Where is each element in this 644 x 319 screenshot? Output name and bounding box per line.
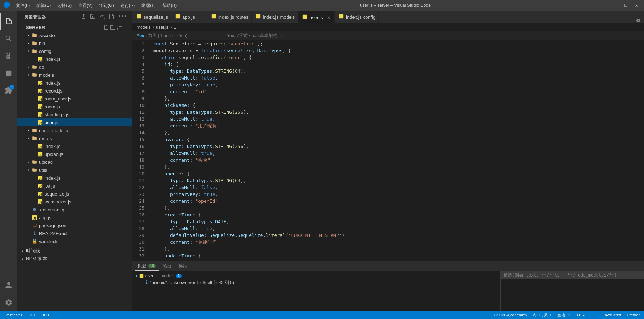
- code-token: ),: [241, 68, 246, 75]
- code-content[interactable]: const Sequelize = require('sequelize');m…: [150, 40, 644, 261]
- sidebar-item-packagejson[interactable]: ⬡ package.json: [17, 221, 132, 229]
- new-file-button[interactable]: [79, 13, 87, 22]
- uploadjs-label: upload.js: [45, 152, 63, 157]
- sidebar-item-bin[interactable]: bin: [17, 39, 132, 47]
- server-new-folder-icon[interactable]: [110, 24, 116, 30]
- sidebar-item-upload-folder[interactable]: upload: [17, 158, 132, 166]
- breadcrumb-userjs[interactable]: user.js: [156, 25, 169, 30]
- activity-explorer[interactable]: [0, 13, 17, 30]
- code-token: :: [190, 157, 196, 163]
- menu-help[interactable]: 帮助(H): [159, 1, 180, 10]
- problem-detail[interactable]: ℹ "unionid": Unknown word. cSpell 行 42 列…: [135, 279, 497, 287]
- tab-index-models[interactable]: index.js models: [252, 11, 298, 23]
- new-folder-button[interactable]: [89, 13, 97, 22]
- close-button[interactable]: ✕: [633, 2, 640, 9]
- status-spaces[interactable]: 空格: 2: [556, 313, 571, 318]
- sidebar-item-standingsjs[interactable]: standings.js: [17, 111, 132, 118]
- sidebar-item-appjs[interactable]: app.js: [17, 214, 132, 221]
- problems-filter-input[interactable]: [501, 271, 644, 279]
- menu-view[interactable]: 查看(V): [75, 1, 95, 10]
- sidebar-item-config-indexjs[interactable]: index.js: [17, 55, 132, 63]
- activity-run-debug[interactable]: [0, 64, 17, 82]
- collapse-all-button[interactable]: [108, 13, 115, 22]
- sidebar-item-models-indexjs[interactable]: index.js: [17, 79, 132, 87]
- tab-userjs-close[interactable]: ✕: [326, 14, 332, 20]
- panel-tab-problems[interactable]: 问题 13: [135, 261, 159, 271]
- activity-search[interactable]: [0, 30, 17, 47]
- breadcrumb-more[interactable]: ...: [174, 25, 178, 30]
- sidebar-item-editorconfig[interactable]: ⚙ .editorconfig: [17, 206, 132, 214]
- problem-file-item[interactable]: ▾ user.js models 2: [135, 273, 497, 279]
- sidebar-item-yarnlock[interactable]: 🔒 yarn.lock: [17, 237, 132, 245]
- code-token: true: [201, 225, 212, 232]
- code-token: [153, 163, 164, 170]
- status-encoding[interactable]: UTF-8: [574, 313, 588, 317]
- code-line-27: type: DataTypes.DATE,: [153, 218, 644, 225]
- minimize-button[interactable]: ─: [611, 2, 618, 9]
- server-refresh-icon[interactable]: [117, 24, 123, 30]
- panel-tab-terminal[interactable]: 终端: [176, 262, 190, 271]
- sidebar-item-node-modules[interactable]: node_modules: [17, 126, 132, 134]
- status-cursor[interactable]: 行 1，列 1: [532, 313, 553, 318]
- activity-extensions[interactable]: 1: [0, 82, 17, 99]
- panel-tab-output[interactable]: 输出: [160, 262, 174, 271]
- menu-run[interactable]: 运行(R): [118, 1, 138, 10]
- tab-sequelize[interactable]: sequelize.js: [132, 11, 171, 23]
- sidebar-item-jwtjs[interactable]: jwt.js: [17, 182, 132, 190]
- server-new-file-icon[interactable]: [103, 24, 109, 30]
- tab-sequelize-label: sequelize.js: [143, 14, 168, 20]
- sidebar-item-utils[interactable]: utils: [17, 166, 132, 174]
- tab-appjs[interactable]: app.js: [171, 11, 207, 23]
- status-csdn[interactable]: CSDN @codemmx: [492, 313, 529, 317]
- sidebar-item-websocketjs[interactable]: websocket.js: [17, 198, 132, 206]
- activity-source-control[interactable]: [0, 47, 17, 64]
- status-language[interactable]: JavaScript: [601, 313, 622, 317]
- sidebar-item-roomjs[interactable]: room.js: [17, 103, 132, 111]
- sidebar-item-roomuserjs[interactable]: room_user.js: [17, 95, 132, 103]
- menu-terminal[interactable]: 终端(T): [138, 1, 158, 10]
- activity-accounts[interactable]: [0, 277, 17, 294]
- sidebar-item-routes-indexjs[interactable]: index.js: [17, 142, 132, 150]
- server-collapse-icon[interactable]: [124, 24, 129, 30]
- sidebar-item-routes[interactable]: routes: [17, 134, 132, 142]
- more-actions-button[interactable]: •••: [117, 13, 128, 22]
- sidebar-item-npm-scripts[interactable]: NPM 脚本: [17, 255, 132, 263]
- sidebar-item-readme[interactable]: ℹ README.md: [17, 229, 132, 237]
- maximize-button[interactable]: □: [622, 2, 629, 9]
- status-warnings[interactable]: ✕ 0: [41, 313, 50, 318]
- sidebar-item-utils-indexjs[interactable]: index.js: [17, 174, 132, 182]
- sidebar-item-config[interactable]: config: [17, 47, 132, 55]
- status-git-branch[interactable]: ⎇ master*: [3, 313, 25, 318]
- line-number-27: 27: [132, 218, 150, 225]
- line-number-18: 18: [132, 157, 150, 163]
- sidebar-item-sequelizejs[interactable]: sequelize.js: [17, 190, 132, 198]
- sidebar-item-models[interactable]: models: [17, 71, 132, 79]
- menu-goto[interactable]: 转到(G): [96, 1, 117, 10]
- tab-userjs[interactable]: user.js ✕: [298, 11, 335, 23]
- sidebar-item-userjs[interactable]: user.js: [17, 118, 132, 126]
- menu-file[interactable]: 文件(F): [13, 1, 33, 10]
- tab-settings-button[interactable]: [632, 18, 644, 23]
- refresh-explorer-button[interactable]: [98, 13, 106, 22]
- tab-appjs-label: app.js: [182, 14, 195, 20]
- sidebar-item-server[interactable]: SERVER: [17, 23, 132, 31]
- status-formatter[interactable]: Prettier: [626, 313, 641, 317]
- menu-edit[interactable]: 编辑(E): [33, 1, 54, 10]
- breadcrumb-models[interactable]: models: [137, 25, 151, 30]
- sidebar-item-recordjs[interactable]: record.js: [17, 87, 132, 95]
- folder-icon: [32, 159, 37, 165]
- code-token: :: [198, 81, 204, 88]
- sidebar-item-uploadjs[interactable]: upload.js: [17, 150, 132, 158]
- code-token: ,: [212, 225, 215, 232]
- tab-index-routes[interactable]: index.js routes: [207, 11, 252, 23]
- status-eol[interactable]: LF: [591, 313, 598, 317]
- sidebar-item-db[interactable]: db: [17, 63, 132, 71]
- sidebar-item-vscode[interactable]: .vscode: [17, 31, 132, 39]
- code-token: STRING: [215, 109, 232, 116]
- activity-settings[interactable]: [0, 294, 17, 311]
- status-errors[interactable]: ⚠ 0: [28, 313, 38, 318]
- tab-index-config[interactable]: index.js config: [335, 11, 379, 23]
- yarnlock-label: yarn.lock: [39, 239, 58, 244]
- menu-selection[interactable]: 选择(S): [54, 1, 74, 10]
- sidebar-item-timeline[interactable]: 时间线: [17, 247, 132, 255]
